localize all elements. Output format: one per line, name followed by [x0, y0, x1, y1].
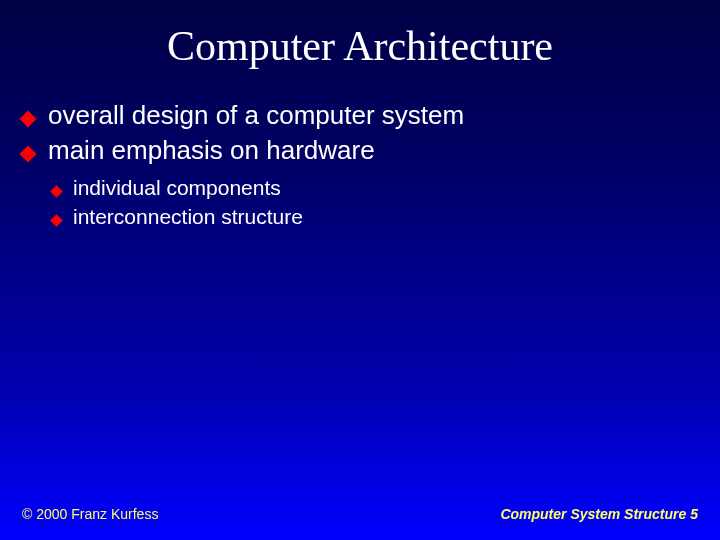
- sub-bullet-text: individual components: [73, 174, 281, 202]
- diamond-bullet-icon: [50, 214, 63, 227]
- sub-bullet-list: individual components interconnection st…: [22, 168, 720, 231]
- bullet-item: main emphasis on hardware: [22, 133, 720, 168]
- sub-bullet-text: interconnection structure: [73, 203, 303, 231]
- slide-content: overall design of a computer system main…: [0, 98, 720, 231]
- slide-footer: © 2000 Franz Kurfess Computer System Str…: [0, 506, 720, 522]
- diamond-bullet-icon: [20, 111, 37, 128]
- slide-title: Computer Architecture: [0, 0, 720, 98]
- footer-topic: Computer System Structure 5: [500, 506, 698, 522]
- footer-copyright: © 2000 Franz Kurfess: [22, 506, 158, 522]
- bullet-item: overall design of a computer system: [22, 98, 720, 133]
- bullet-text: main emphasis on hardware: [48, 133, 375, 168]
- diamond-bullet-icon: [20, 146, 37, 163]
- diamond-bullet-icon: [50, 185, 63, 198]
- sub-bullet-item: interconnection structure: [52, 203, 720, 231]
- bullet-text: overall design of a computer system: [48, 98, 464, 133]
- bullet-list: overall design of a computer system main…: [22, 98, 720, 168]
- sub-bullet-item: individual components: [52, 174, 720, 202]
